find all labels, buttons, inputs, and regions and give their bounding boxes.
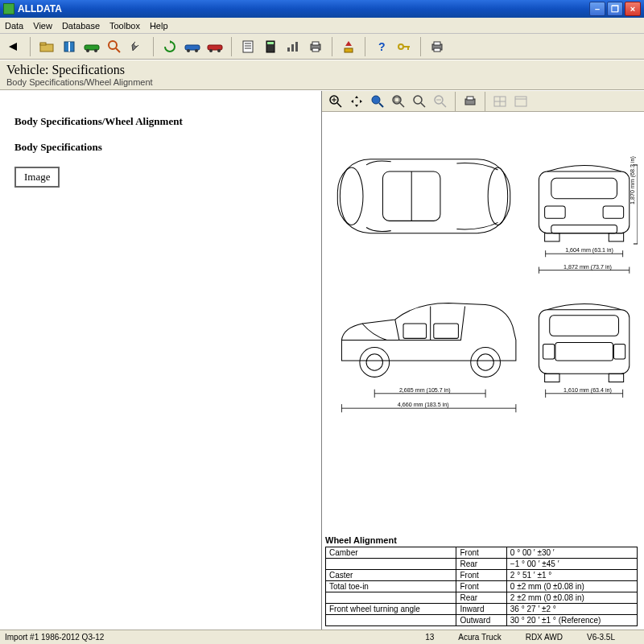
- svg-point-66: [340, 167, 363, 225]
- back-button[interactable]: [5, 38, 23, 56]
- dim-wheelbase: 2,685 mm (105.7 in): [399, 387, 451, 394]
- note-icon[interactable]: [239, 38, 257, 56]
- help-icon[interactable]: ?: [373, 38, 390, 56]
- svg-rect-5: [85, 45, 99, 50]
- window-title: ALLDATA: [18, 3, 589, 14]
- svg-rect-102: [613, 345, 625, 359]
- image-button[interactable]: Image: [14, 167, 60, 188]
- car-blue-icon[interactable]: [184, 38, 201, 56]
- minimize-button[interactable]: –: [589, 2, 605, 16]
- image-toolbar: [322, 91, 644, 112]
- left-pane: Body Specifications/Wheel Alignment Body…: [0, 91, 322, 630]
- svg-rect-69: [551, 178, 617, 199]
- menu-data[interactable]: Data: [5, 21, 23, 31]
- table-row: Front wheel turning angleInward36 ° 27 ′…: [326, 604, 638, 615]
- calculator-icon[interactable]: [262, 38, 279, 56]
- wheel-alignment-section: Wheel Alignment CamberFront0 ° 00 ′ ±30 …: [325, 535, 638, 626]
- svg-point-51: [414, 96, 422, 104]
- svg-rect-101: [543, 345, 555, 359]
- svg-marker-45: [360, 100, 362, 103]
- chart-icon[interactable]: [284, 38, 302, 56]
- zoom-fit-icon[interactable]: [390, 93, 407, 110]
- status-model-id: 13: [425, 633, 458, 642]
- dim-overall-length: 4,660 mm (183.5 in): [398, 402, 449, 408]
- book-icon[interactable]: [60, 38, 78, 56]
- folder-icon[interactable]: [38, 38, 56, 56]
- app-icon: [3, 3, 14, 14]
- svg-rect-4: [68, 42, 70, 52]
- quick-find-icon[interactable]: [105, 38, 123, 56]
- zoom-out-icon[interactable]: [431, 93, 449, 110]
- status-engine: V6-3.5L: [587, 633, 639, 642]
- wheel-alignment-table: CamberFront0 ° 00 ′ ±30 ′ Rear−1 ° 00 ′ …: [325, 547, 638, 626]
- svg-point-16: [217, 49, 221, 52]
- print-image-icon[interactable]: [461, 93, 479, 110]
- status-import: Import #1 1986-2012 Q3-12: [5, 633, 128, 642]
- page-header: Vehicle: Specifications Body Specificati…: [0, 60, 644, 90]
- svg-marker-0: [9, 43, 17, 51]
- svg-line-52: [421, 103, 425, 107]
- upload-icon[interactable]: [340, 38, 357, 56]
- zoom-in-icon[interactable]: [327, 93, 345, 110]
- maximize-button[interactable]: ❐: [607, 2, 623, 16]
- table-row: Total toe-inFront0 ±2 mm (0 ±0.08 in): [326, 581, 638, 592]
- wrench-icon[interactable]: [128, 38, 146, 56]
- svg-marker-44: [351, 100, 353, 103]
- svg-point-67: [488, 167, 508, 225]
- print2-icon[interactable]: [428, 38, 446, 56]
- content-split: Body Specifications/Wheel Alignment Body…: [0, 90, 644, 630]
- statusbar: Import #1 1986-2012 Q3-12 13 Acura Truck…: [0, 630, 644, 644]
- table-row: CasterFront2 ° 51 ′ ±1 °: [326, 570, 638, 581]
- svg-rect-73: [545, 233, 559, 242]
- page-title: Vehicle: Specifications: [6, 63, 638, 77]
- dim-track-front: 1,604 mm (63.1 in): [565, 247, 613, 254]
- svg-line-9: [116, 48, 120, 52]
- key-icon[interactable]: [395, 38, 413, 56]
- dim-rear-track: 1,610 mm (63.4 in): [564, 387, 612, 394]
- zoom-100-icon[interactable]: [411, 93, 428, 110]
- svg-point-32: [398, 44, 403, 49]
- window-icon[interactable]: [512, 93, 530, 110]
- pan-icon[interactable]: [348, 93, 365, 110]
- svg-rect-90: [403, 324, 427, 338]
- svg-rect-2: [40, 43, 46, 45]
- menubar: Data View Database Toolbox Help: [0, 18, 644, 34]
- svg-rect-23: [287, 47, 290, 52]
- car-red-icon[interactable]: [206, 38, 224, 56]
- svg-marker-43: [355, 105, 358, 107]
- grid-icon[interactable]: [491, 93, 509, 110]
- status-make: Acura Truck: [458, 633, 525, 642]
- svg-rect-74: [609, 233, 623, 242]
- svg-marker-42: [355, 96, 358, 98]
- svg-rect-68: [539, 171, 629, 233]
- close-button[interactable]: ×: [625, 2, 641, 16]
- svg-rect-99: [550, 316, 619, 336]
- left-heading: Body Specifications/Wheel Alignment: [14, 115, 307, 128]
- svg-point-46: [372, 96, 380, 104]
- svg-rect-72: [551, 225, 617, 233]
- menu-toolbox[interactable]: Toolbox: [109, 21, 140, 31]
- svg-point-8: [109, 41, 117, 49]
- svg-rect-17: [243, 41, 253, 52]
- svg-rect-24: [291, 44, 294, 52]
- svg-point-15: [209, 49, 213, 52]
- right-pane: 1,870 mm (68.3 in) 1,604 mm (63.1 in) 1,…: [322, 91, 644, 630]
- refresh-icon[interactable]: [161, 38, 179, 56]
- menu-view[interactable]: View: [33, 21, 52, 31]
- table-row: Outward30 ° 20 ′ ±1 ° (Reference): [326, 615, 638, 626]
- menu-help[interactable]: Help: [150, 21, 168, 31]
- vehicle-select-icon[interactable]: [83, 38, 101, 56]
- svg-line-54: [442, 103, 446, 107]
- svg-point-85: [366, 354, 382, 370]
- svg-point-7: [94, 49, 97, 52]
- zoom-region-icon[interactable]: [369, 93, 386, 110]
- menu-database[interactable]: Database: [62, 21, 100, 31]
- svg-point-87: [477, 354, 493, 370]
- svg-point-12: [187, 49, 190, 52]
- table-row: CamberFront0 ° 00 ′ ±30 ′: [326, 547, 638, 559]
- svg-rect-104: [609, 374, 623, 382]
- vehicle-diagram: 1,870 mm (68.3 in) 1,604 mm (63.1 in) 1,…: [325, 115, 638, 532]
- status-model: RDX AWD: [526, 633, 587, 642]
- print-icon[interactable]: [307, 38, 324, 56]
- svg-rect-98: [539, 310, 629, 374]
